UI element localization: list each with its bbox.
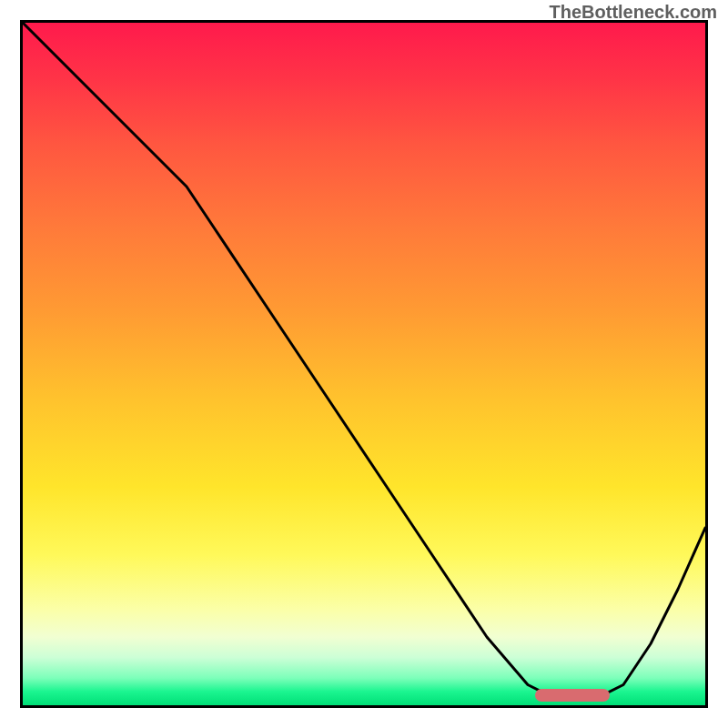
watermark-text: TheBottleneck.com xyxy=(550,2,717,23)
plot-area xyxy=(20,20,708,708)
curve-path xyxy=(23,23,705,699)
optimal-range-marker xyxy=(535,689,611,702)
bottleneck-curve xyxy=(23,23,705,705)
